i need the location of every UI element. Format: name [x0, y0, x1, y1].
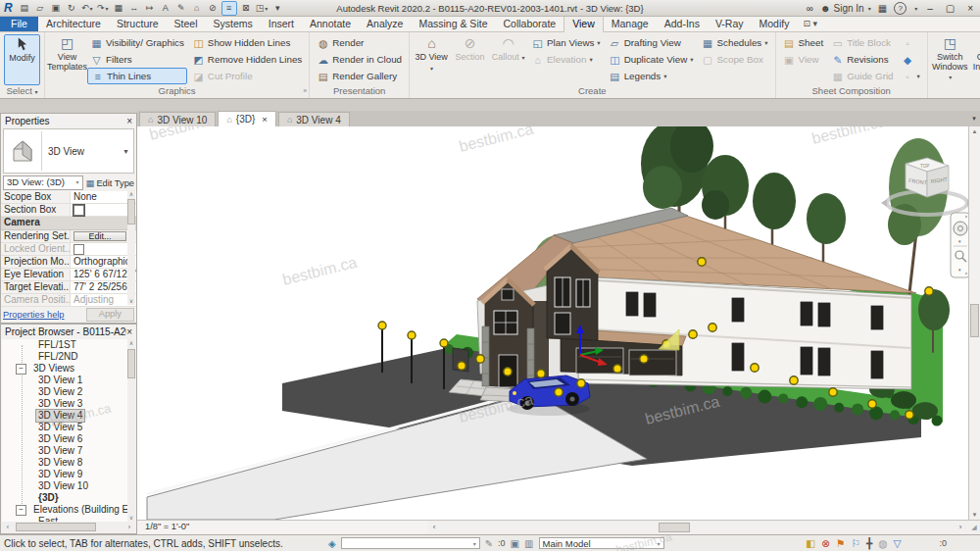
- browser-hscrollbar[interactable]: ‹ ›: [2, 522, 135, 532]
- scroll-left-icon[interactable]: ‹: [428, 521, 440, 533]
- light-fixture-marker[interactable]: [689, 330, 697, 338]
- switch-windows-icon[interactable]: ◳▾: [255, 2, 270, 15]
- property-value[interactable]: None: [71, 191, 136, 203]
- ribbon-tab-file[interactable]: File: [0, 17, 38, 31]
- ribbon-tab-collaborate[interactable]: Collaborate: [495, 17, 564, 31]
- light-fixture-marker[interactable]: [868, 400, 876, 408]
- hedge-bush[interactable]: [852, 404, 863, 416]
- save-icon[interactable]: ▣: [49, 2, 63, 15]
- ribbon-tab-view[interactable]: View: [564, 17, 604, 32]
- hedge-bush[interactable]: [834, 403, 844, 413]
- scrollbar-thumb[interactable]: [127, 349, 135, 378]
- light-fixture-marker[interactable]: [504, 368, 512, 376]
- new-file-icon[interactable]: ▤: [18, 2, 31, 15]
- help-chevron-icon[interactable]: ▾: [914, 5, 917, 12]
- document-tab-3d[interactable]: ⌂{3D}×: [218, 111, 275, 126]
- design-options-icon[interactable]: ▣: [511, 538, 519, 549]
- light-fixture-marker[interactable]: [709, 324, 716, 331]
- ribbon-tab-insert[interactable]: Insert: [261, 17, 302, 31]
- scrollbar-thumb[interactable]: [127, 199, 135, 225]
- horizontal-scrollbar[interactable]: ‹ ›: [428, 520, 968, 534]
- type-selector[interactable]: 3D View ▼: [3, 128, 134, 174]
- light-fixture-marker[interactable]: [613, 365, 621, 373]
- sheet-button[interactable]: ▤Sheet: [780, 34, 827, 51]
- light-fixture-marker[interactable]: [537, 370, 545, 377]
- filters-button[interactable]: ▽Filters: [87, 51, 187, 68]
- ribbon-tab-modify[interactable]: Modify: [751, 17, 797, 31]
- remove-hidden-lines-button[interactable]: ◩Remove Hidden Lines: [189, 51, 305, 68]
- hedge-bush[interactable]: [890, 410, 900, 420]
- view-selector[interactable]: 3D View: (3D) ▾: [3, 175, 83, 190]
- close-tab-icon[interactable]: ×: [262, 114, 268, 125]
- edit-rendering-button[interactable]: Edit...: [74, 231, 126, 241]
- legends-button[interactable]: ▤Legends▾: [606, 68, 697, 84]
- close-button[interactable]: ×: [964, 3, 976, 14]
- scrollbar-thumb[interactable]: [659, 523, 690, 532]
- tab-options-button[interactable]: ⊡ ▾: [797, 17, 823, 31]
- scroll-up-icon[interactable]: ▲: [969, 126, 980, 136]
- app-store-icon[interactable]: ▦: [878, 3, 887, 14]
- tab-list-button[interactable]: ▾: [968, 111, 980, 126]
- scroll-right-icon[interactable]: ›: [123, 524, 135, 530]
- search-icon[interactable]: ∞: [807, 3, 813, 14]
- open-file-icon[interactable]: ▱: [33, 2, 47, 15]
- scroll-left-icon[interactable]: ‹: [2, 524, 14, 530]
- schedules-button[interactable]: ▦Schedules▾: [699, 34, 771, 51]
- plan-views-button[interactable]: ◱Plan Views▾: [528, 34, 604, 51]
- render-gallery-button[interactable]: ▤Render Gallery: [314, 68, 405, 84]
- design-option-select[interactable]: Main Model ▾: [539, 537, 664, 549]
- text-icon[interactable]: A: [159, 2, 172, 15]
- light-fixture-marker[interactable]: [476, 355, 484, 363]
- render-button[interactable]: ◍Render: [314, 34, 405, 51]
- tag-icon[interactable]: ✎: [174, 2, 188, 15]
- hedge-bush[interactable]: [758, 390, 771, 404]
- browser-vscrollbar[interactable]: ∧∨: [127, 339, 135, 522]
- view-scale[interactable]: 1/8" = 1'-0": [145, 522, 189, 531]
- apply-button[interactable]: Apply: [86, 308, 134, 322]
- close-icon[interactable]: ×: [126, 326, 132, 337]
- chevron-down-icon[interactable]: ▼: [122, 148, 129, 155]
- close-hidden-windows-icon[interactable]: ⊠: [239, 2, 253, 15]
- select-links-icon[interactable]: ⚑: [836, 537, 845, 549]
- viewcube-top-label[interactable]: TOP: [920, 164, 929, 169]
- aligned-dimension-icon[interactable]: ↦: [143, 2, 157, 15]
- light-fixture-marker[interactable]: [790, 376, 798, 384]
- properties-scrollbar[interactable]: ∧∨: [127, 190, 135, 305]
- document-tab-3d-view-4[interactable]: ⌂3D View 4: [278, 112, 350, 126]
- select-underlay-icon[interactable]: ⚐: [851, 537, 859, 549]
- light-fixture-marker[interactable]: [829, 388, 837, 396]
- light-fixture-marker[interactable]: [555, 388, 563, 396]
- light-fixture-marker[interactable]: [458, 362, 466, 370]
- properties-help-link[interactable]: Properties help: [3, 310, 65, 320]
- restore-button[interactable]: ▢: [943, 3, 957, 14]
- ribbon-tab-steel[interactable]: Steel: [167, 17, 206, 31]
- steering-wheel-icon[interactable]: [954, 222, 967, 235]
- hedge-bush[interactable]: [740, 387, 752, 399]
- light-fixture-marker[interactable]: [906, 411, 913, 419]
- ribbon-tab-annotate[interactable]: Annotate: [302, 17, 359, 31]
- 3d-view-button[interactable]: ⌂3D View ▾: [414, 34, 450, 85]
- ribbon-tab-systems[interactable]: Systems: [206, 17, 261, 31]
- property-value[interactable]: 77' 2 25/256": [71, 281, 136, 293]
- close-inactive-button[interactable]: ⊠Close Inactive: [970, 34, 980, 85]
- modify-button[interactable]: Modify: [4, 34, 40, 85]
- minimize-button[interactable]: –: [924, 3, 936, 14]
- editing-requests-icon[interactable]: ✎: [485, 538, 493, 549]
- tree-item-elevations-building-elevatio[interactable]: −Elevations (Building Elevatio: [2, 504, 127, 516]
- light-fixture-marker[interactable]: [640, 355, 648, 363]
- scroll-down-icon[interactable]: ▼: [969, 510, 980, 520]
- worksets-icon[interactable]: ◈: [328, 538, 336, 549]
- lamp-head[interactable]: [378, 322, 386, 329]
- view-control-bar[interactable]: 1/8" = 1'-0": [137, 520, 428, 534]
- worksharing-display-icon[interactable]: ◧: [806, 537, 815, 549]
- render-in-cloud-button[interactable]: ☁Render in Cloud: [314, 51, 405, 68]
- vertical-scrollbar[interactable]: ▲ ▼: [968, 126, 980, 520]
- light-fixture-marker[interactable]: [577, 379, 585, 387]
- thin-lines-button[interactable]: ≡Thin Lines: [87, 68, 187, 84]
- collapse-icon[interactable]: −: [16, 364, 26, 375]
- light-fixture-marker[interactable]: [751, 364, 759, 372]
- light-fixture-marker[interactable]: [925, 287, 933, 295]
- help-icon[interactable]: ?: [894, 2, 906, 15]
- duplicate-view-button[interactable]: ◫Duplicate View▾: [606, 51, 697, 68]
- property-value[interactable]: Orthographic: [71, 256, 136, 268]
